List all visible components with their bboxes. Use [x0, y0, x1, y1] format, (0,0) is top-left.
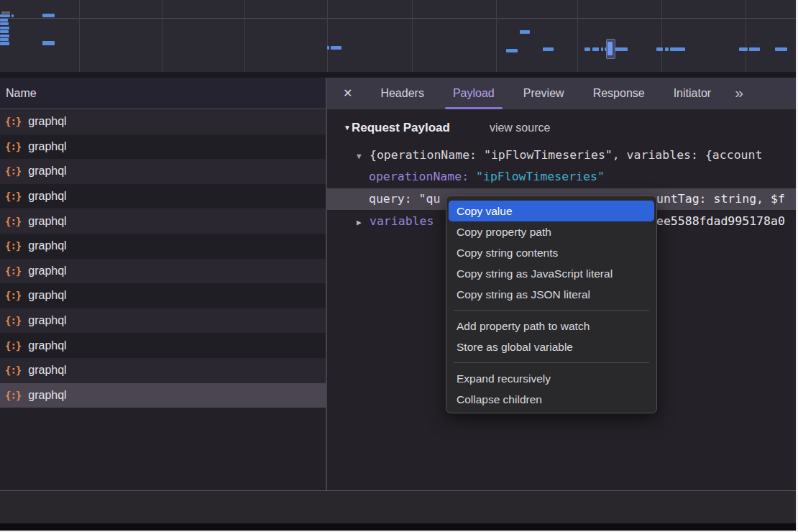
waterfall-bar [775, 47, 787, 51]
json-braces-icon: {∶} [5, 141, 21, 152]
waterfall-bar [506, 49, 518, 52]
overview-gridline [746, 0, 746, 72]
request-row-graphql[interactable]: {∶}graphql [0, 159, 326, 184]
request-row-graphql[interactable]: {∶}graphql [0, 308, 326, 334]
request-name: graphql [28, 265, 66, 278]
waterfall-bar [0, 14, 10, 17]
overview-gridline [661, 0, 662, 72]
expand-icon[interactable]: ▼ [357, 147, 370, 166]
menu-item-copy-string-as-json-literal[interactable]: Copy string as JSON literal [446, 284, 656, 305]
menu-item-copy-property-path[interactable]: Copy property path [446, 221, 656, 242]
request-row-graphql[interactable]: {∶}graphql [0, 259, 326, 284]
waterfall-bar [0, 35, 9, 37]
payload-root-row[interactable]: ▼{operationName: "ipFlowTimeseries", var… [327, 146, 798, 165]
waterfall-bar [584, 47, 590, 51]
section-expand-icon[interactable]: ▼ [344, 124, 351, 132]
overview-gridline [244, 0, 245, 72]
waterfall-bar [327, 46, 329, 50]
request-name: graphql [28, 165, 66, 178]
waterfall-bar [607, 42, 613, 55]
waterfall-bar [0, 42, 9, 45]
menu-separator [454, 362, 649, 363]
tab-initiator[interactable]: Initiator [664, 78, 720, 109]
request-row-graphql[interactable]: {∶}graphql [0, 184, 326, 209]
network-overview-timeline[interactable] [0, 0, 798, 72]
overview-gridline [412, 0, 413, 72]
request-name: graphql [28, 190, 66, 203]
property-key: variables [370, 214, 434, 228]
request-name: graphql [28, 339, 66, 352]
request-name: graphql [28, 215, 66, 228]
request-row-graphql[interactable]: {∶}graphql [0, 134, 326, 160]
menu-item-copy-string-contents[interactable]: Copy string contents [446, 242, 656, 263]
waterfall-bar [0, 30, 9, 33]
object-preview-text: {operationName: "ipFlowTimeseries", vari… [370, 148, 762, 162]
waterfall-bar [42, 41, 55, 45]
tab-payload[interactable]: Payload [444, 78, 504, 109]
request-name: graphql [28, 364, 66, 377]
close-icon[interactable]: ✕ [343, 78, 352, 109]
collapse-icon[interactable]: ▶ [357, 214, 370, 232]
waterfall-bar [670, 47, 685, 51]
menu-item-add-property-path-to-watch[interactable]: Add property path to watch [446, 316, 656, 336]
more-tabs-icon[interactable]: » [735, 78, 742, 109]
waterfall-bar [42, 14, 55, 17]
menu-item-copy-value[interactable]: Copy value [449, 201, 654, 221]
overview-horizontal-gridline [0, 18, 798, 19]
waterfall-bar [12, 14, 14, 17]
tab-preview[interactable]: Preview [514, 78, 574, 109]
request-name: graphql [28, 115, 66, 128]
request-row-graphql[interactable]: {∶}graphql [0, 208, 326, 234]
view-source-link[interactable]: view source [490, 121, 550, 134]
window-bottom-strip [0, 523, 798, 531]
overview-divider [0, 72, 798, 78]
json-braces-icon: {∶} [5, 116, 21, 127]
waterfall-bar [0, 19, 8, 22]
request-row-graphql[interactable]: {∶}graphql [0, 283, 326, 308]
request-name: graphql [28, 389, 66, 402]
property-value-string: "ipFlowTimeseries" [476, 170, 605, 183]
variables-value-right-fragment: ee5588fdad995178a0 [656, 212, 785, 231]
menu-item-store-as-global-variable[interactable]: Store as global variable [446, 336, 656, 357]
status-footer [0, 491, 798, 523]
waterfall-bar [520, 30, 530, 34]
menu-item-collapse-children[interactable]: Collapse children [446, 389, 656, 410]
json-braces-icon: {∶} [5, 165, 21, 177]
waterfall-bar [749, 47, 760, 51]
request-name: graphql [28, 289, 66, 302]
json-braces-icon: {∶} [5, 390, 21, 401]
property-key: query: "qu [369, 192, 440, 206]
waterfall-bar [665, 47, 669, 51]
menu-item-expand-recursively[interactable]: Expand recursively [446, 368, 656, 389]
request-row-graphql[interactable]: {∶}graphql [0, 358, 326, 383]
tab-headers[interactable]: Headers [371, 78, 433, 109]
tab-response[interactable]: Response [584, 78, 654, 109]
request-row-graphql[interactable]: {∶}graphql [0, 383, 326, 408]
query-value-right-fragment: untTag: string, $f [656, 188, 785, 210]
payload-row-operation-name[interactable]: operationName: "ipFlowTimeseries" [327, 168, 798, 186]
waterfall-bar [0, 27, 9, 29]
menu-item-copy-string-as-javascript-literal[interactable]: Copy string as JavaScript literal [446, 263, 656, 284]
devtools-network-panel: Name {∶}graphql{∶}graphql{∶}graphql{∶}gr… [0, 0, 798, 532]
request-name: graphql [28, 140, 66, 153]
json-braces-icon: {∶} [5, 191, 21, 202]
request-list-pane: Name {∶}graphql{∶}graphql{∶}graphql{∶}gr… [0, 78, 326, 490]
waterfall-bar [331, 46, 341, 50]
waterfall-bar [739, 47, 748, 51]
waterfall-bar [656, 47, 663, 51]
section-title: Request Payload [352, 121, 450, 134]
json-braces-icon: {∶} [5, 216, 21, 227]
request-name: graphql [28, 239, 66, 252]
waterfall-bar [543, 47, 554, 51]
overview-gridline [162, 0, 162, 72]
context-menu: Copy valueCopy property pathCopy string … [446, 196, 657, 413]
request-row-graphql[interactable]: {∶}graphql [0, 109, 326, 134]
menu-separator [454, 310, 649, 311]
request-payload-section-header: ▼Request Payloadview source [344, 119, 550, 136]
name-column-header[interactable]: Name [0, 78, 326, 109]
request-rows: {∶}graphql{∶}graphql{∶}graphql{∶}graphql… [0, 109, 326, 408]
overview-gridline [327, 0, 328, 72]
waterfall-bar [615, 47, 628, 51]
request-row-graphql[interactable]: {∶}graphql [0, 234, 326, 259]
request-row-graphql[interactable]: {∶}graphql [0, 333, 326, 358]
